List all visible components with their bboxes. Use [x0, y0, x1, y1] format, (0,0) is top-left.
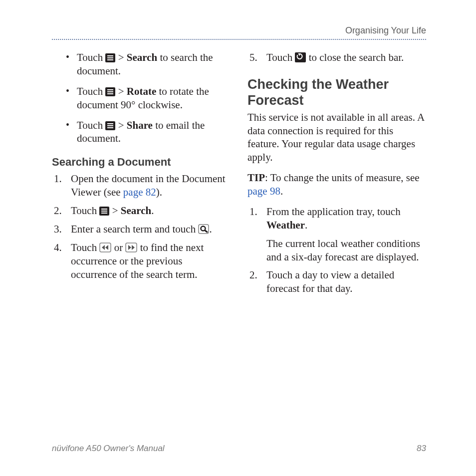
heading-searching-document: Searching a Document	[52, 155, 231, 169]
bold-label: Search	[127, 51, 157, 63]
page-number: 83	[417, 444, 426, 454]
text: From the application tray, touch	[266, 206, 401, 218]
heading-weather: Checking the Weather Forecast	[247, 76, 426, 109]
page-footer: nüvifone A50 Owner's Manual 83	[52, 444, 426, 454]
menu-icon	[105, 121, 115, 130]
list-item: Touch > Search to search the document.	[66, 51, 231, 78]
footer-title: nüvifone A50 Owner's Manual	[52, 444, 165, 454]
step: Touch to close the search bar.	[247, 51, 426, 64]
bold-label: Share	[127, 119, 153, 131]
steps-weather: From the application tray, touch Weather…	[247, 205, 426, 295]
bold-label: Rotate	[127, 85, 156, 97]
step: Enter a search term and touch .	[52, 223, 231, 236]
text: >	[112, 205, 121, 217]
close-search-icon	[295, 52, 306, 62]
link-page-82[interactable]: page 82	[123, 186, 156, 198]
text: .	[305, 219, 307, 231]
tip-label: TIP	[247, 172, 265, 184]
step: Touch > Search.	[52, 204, 231, 218]
prev-icon	[99, 242, 111, 252]
text: Touch	[266, 51, 295, 63]
text: Touch	[77, 51, 105, 63]
text: Touch	[71, 241, 99, 253]
tip-paragraph: TIP: To change the units of measure, see…	[247, 171, 426, 198]
text: Touch a day to view a detailed forecast …	[266, 269, 394, 294]
text: Enter a search term and touch	[71, 223, 198, 235]
step: From the application tray, touch Weather…	[247, 205, 426, 264]
text: Touch	[77, 85, 105, 97]
text: >	[118, 85, 127, 97]
list-item: Touch > Rotate to rotate the document 90…	[66, 85, 231, 112]
running-head: Organising Your Life	[52, 25, 426, 36]
link-page-98[interactable]: page 98	[247, 185, 280, 197]
text: Touch	[77, 119, 105, 131]
text: : To change the units of measure, see	[265, 172, 420, 184]
menu-icon	[99, 207, 109, 216]
text: to close the search bar.	[309, 51, 404, 63]
bold-label: Search	[121, 205, 151, 217]
step: Open the document in the Document Viewer…	[52, 172, 231, 199]
text: >	[118, 119, 127, 131]
text: Touch	[71, 205, 99, 217]
text: .	[280, 185, 283, 197]
weather-intro: This service is not available in all are…	[247, 111, 426, 165]
header-rule	[52, 39, 426, 40]
menu-icon	[105, 53, 115, 62]
doc-actions-list: Touch > Search to search the document. T…	[52, 51, 231, 145]
step-note: The current local weather conditions and…	[266, 237, 426, 264]
text: >	[118, 51, 127, 63]
text: .	[151, 205, 154, 217]
text: .	[209, 223, 212, 235]
step: Touch or to find the next occurrence or …	[52, 241, 231, 281]
next-icon	[125, 242, 137, 252]
text: or	[114, 241, 126, 253]
text: ).	[156, 186, 162, 198]
search-icon	[198, 224, 209, 234]
bold-label: Weather	[266, 219, 305, 231]
menu-icon	[105, 87, 115, 96]
step: Touch a day to view a detailed forecast …	[247, 268, 426, 295]
list-item: Touch > Share to email the document.	[66, 119, 231, 146]
